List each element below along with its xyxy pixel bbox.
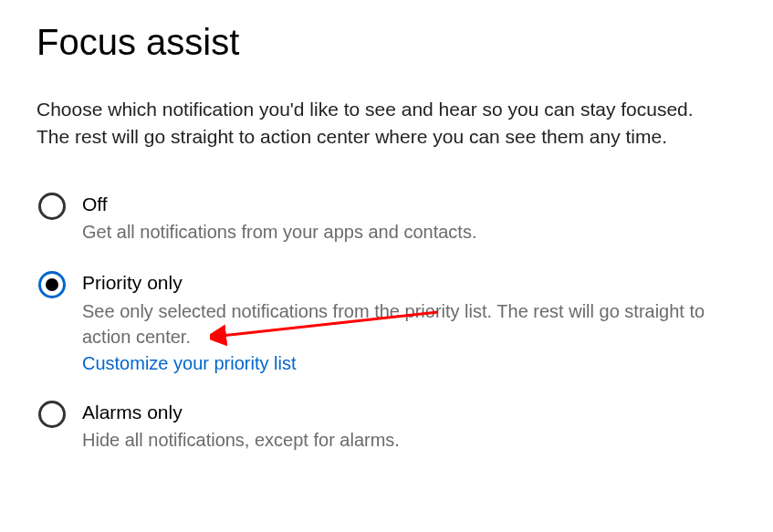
radio-label-alarms: Alarms only (82, 400, 400, 425)
customize-priority-link[interactable]: Customize your priority list (82, 353, 736, 374)
radio-label-priority: Priority only (82, 270, 736, 296)
radio-texts: Priority only See only selected notifica… (82, 270, 736, 373)
page-description: Choose which notification you'd like to … (37, 96, 730, 151)
radio-icon (38, 271, 66, 298)
radio-texts: Off Get all notifications from your apps… (82, 192, 476, 245)
radio-desc-priority: See only selected notifications from the… (82, 298, 736, 349)
radio-icon (38, 401, 66, 428)
radio-texts: Alarms only Hide all notifications, exce… (82, 400, 400, 453)
radio-icon (38, 193, 66, 220)
radio-option-alarms[interactable]: Alarms only Hide all notifications, exce… (38, 400, 736, 453)
radio-option-off[interactable]: Off Get all notifications from your apps… (38, 192, 736, 245)
radio-option-priority[interactable]: Priority only See only selected notifica… (38, 270, 736, 373)
radio-label-off: Off (82, 192, 476, 217)
page-title: Focus assist (37, 22, 736, 63)
radio-desc-off: Get all notifications from your apps and… (82, 219, 476, 245)
radio-desc-alarms: Hide all notifications, except for alarm… (82, 427, 400, 453)
focus-assist-radio-group: Off Get all notifications from your apps… (38, 192, 736, 453)
